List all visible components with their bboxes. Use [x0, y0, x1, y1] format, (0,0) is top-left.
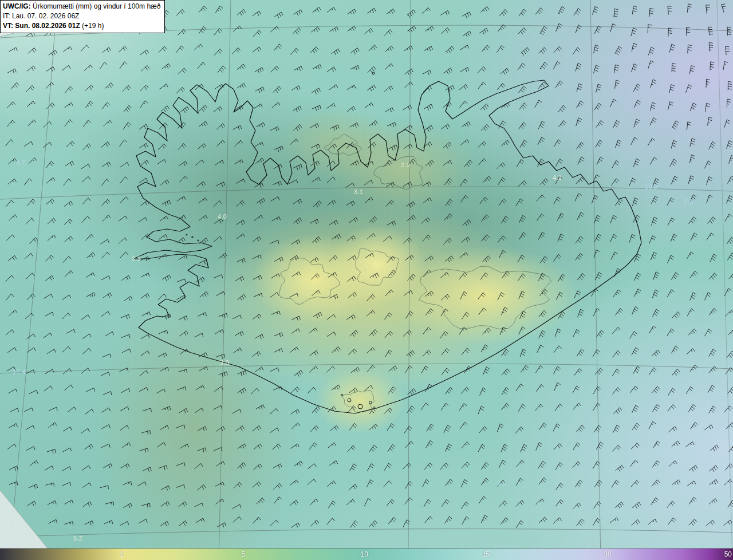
wind-barbs-layer	[0, 0, 733, 560]
product-title: Úrkomumætti (mm) og vindur í 100m hæð	[33, 2, 160, 10]
colorbar-tick-label: 50	[724, 550, 732, 558]
title-box: UWC/IG: Úrkomumætti (mm) og vindur í 100…	[0, 0, 165, 33]
title-line-valid: VT: Sun. 08.02.2026 01Z (+19 h)	[3, 21, 160, 31]
colorbar-tick-label: 15	[482, 550, 490, 558]
title-line-product: UWC/IG: Úrkomumætti (mm) og vindur í 100…	[3, 2, 160, 11]
colorbar-tick-label: 10	[360, 550, 368, 558]
product-code: UWC/IG:	[3, 2, 31, 10]
colorbar-tick-label: 5	[242, 550, 246, 558]
init-time: IT: Lau. 07. 02. 2026 06Z	[3, 11, 160, 21]
colorbar-tick-label: 30	[604, 550, 611, 558]
weather-map-stage: 9.72.93.14.110.22.84.03.33.010.42.05.2 U…	[0, 0, 733, 560]
colorbar: 1510153050	[0, 548, 733, 560]
valid-offset: (+19 h)	[82, 22, 104, 30]
valid-time: VT: Sun. 08.02.2026 01Z	[3, 22, 80, 30]
colorbar-tick-label: 1	[120, 550, 124, 558]
